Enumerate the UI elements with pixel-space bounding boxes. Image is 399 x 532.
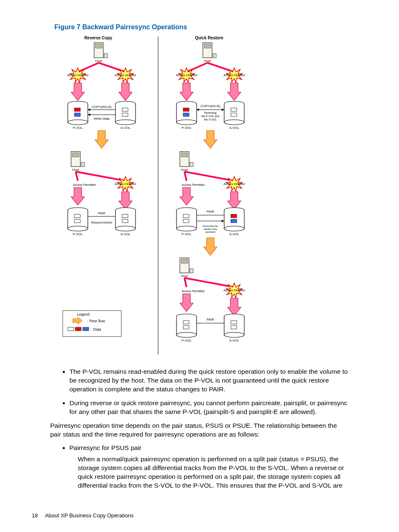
svg-text:Access Inhibited: Access Inhibited <box>224 289 245 292</box>
svg-text:Access Inhibited: Access Inhibited <box>115 74 136 77</box>
svg-text:: Time flow: : Time flow <box>87 319 105 323</box>
svg-text:: Data: : Data <box>91 327 101 332</box>
bullet-list-a: The P-VOL remains read-enabled during th… <box>50 368 349 416</box>
svg-text:Access Inhibited: Access Inhibited <box>224 182 245 185</box>
col-header-right: Quick Restore <box>195 36 223 40</box>
svg-text:P-VOL: P-VOL <box>73 232 83 236</box>
legend-box: Legend : Time flow : Data <box>63 311 121 337</box>
svg-text:P-VOL: P-VOL <box>182 126 192 130</box>
svg-text:the S-VOL: the S-VOL <box>204 118 217 121</box>
svg-line-57 <box>184 172 187 181</box>
svg-text:S-VOL: S-VOL <box>120 126 131 130</box>
svg-text:Access Permitted: Access Permitted <box>182 290 205 293</box>
svg-text:P-VOL: P-VOL <box>182 232 192 236</box>
bullet-body: When a normal/quick pairresync operation… <box>78 455 349 490</box>
backward-pairresync-svg: Reverse Copy Quick Restore Host Access I… <box>54 34 280 357</box>
svg-text:Resynchronized: Resynchronized <box>91 221 112 224</box>
svg-text:Access Permitted: Access Permitted <box>73 183 96 186</box>
svg-text:update copy: update copy <box>204 228 217 230</box>
svg-rect-38 <box>63 311 121 337</box>
svg-line-16 <box>78 63 99 72</box>
svg-line-72 <box>184 278 234 287</box>
svg-text:Executing the: Executing the <box>203 225 218 227</box>
svg-text:Host: Host <box>204 59 211 63</box>
svg-text:the P-VOL and: the P-VOL and <box>202 115 220 118</box>
svg-line-43 <box>187 63 207 72</box>
svg-text:Legend: Legend <box>77 312 90 316</box>
list-item: During reverse or quick restore pairresy… <box>69 399 349 416</box>
svg-text:S-VOL: S-VOL <box>229 339 240 342</box>
svg-text:Access Inhibited: Access Inhibited <box>224 74 245 77</box>
intro-paragraph: Pairresync operation time depends on the… <box>50 421 349 439</box>
svg-text:Reversing: Reversing <box>204 111 217 115</box>
svg-text:Access Inhibited: Access Inhibited <box>176 74 197 77</box>
svg-text:Host: Host <box>95 59 102 63</box>
svg-text:S-VOL: S-VOL <box>229 232 240 236</box>
list-item: Pairresync for PSUS pair When a normal/q… <box>69 444 349 490</box>
svg-text:Access Inhibited: Access Inhibited <box>67 74 89 77</box>
svg-line-29 <box>76 172 78 181</box>
figure-title: Figure 7 Backward Pairresync Operations <box>54 23 374 31</box>
svg-text:P-VOL: P-VOL <box>182 339 192 342</box>
bullet-list-b: Pairresync for PSUS pair When a normal/q… <box>50 444 349 490</box>
svg-text:COPY(RS-R): COPY(RS-R) <box>200 104 220 108</box>
svg-text:S-VOL: S-VOL <box>229 126 240 130</box>
svg-text:S-VOL: S-VOL <box>120 232 131 236</box>
svg-text:Write Data: Write Data <box>94 117 110 121</box>
svg-marker-21 <box>88 108 90 111</box>
svg-text:Access Inhibited: Access Inhibited <box>115 182 136 185</box>
svg-marker-48 <box>197 108 199 111</box>
col-header-left: Reverse Copy <box>84 36 113 40</box>
list-item: The P-VOL remains read-enabled during th… <box>69 368 349 394</box>
svg-marker-23 <box>88 113 90 116</box>
bullet-lead: Pairresync for PSUS pair <box>69 444 141 451</box>
svg-line-58 <box>184 172 234 181</box>
svg-text:PAIR: PAIR <box>98 211 105 215</box>
svg-text:operation: operation <box>205 231 215 233</box>
svg-marker-64 <box>222 220 224 222</box>
svg-text:P-VOL: P-VOL <box>73 126 83 130</box>
svg-text:PAIR: PAIR <box>207 318 214 321</box>
svg-line-71 <box>184 278 187 287</box>
svg-text:Access Permitted: Access Permitted <box>182 183 205 186</box>
page-footer: 18 About XP Business Copy Operations <box>32 512 134 519</box>
svg-text:COPY(RS-R): COPY(RS-R) <box>92 105 112 109</box>
figure-diagram: Reverse Copy Quick Restore Host Access I… <box>54 34 289 357</box>
svg-text:PAIR: PAIR <box>207 210 214 213</box>
footer-section: About XP Business Copy Operations <box>45 512 133 519</box>
svg-line-30 <box>76 172 125 181</box>
page-number: 18 <box>32 512 38 519</box>
svg-marker-49 <box>222 108 224 111</box>
